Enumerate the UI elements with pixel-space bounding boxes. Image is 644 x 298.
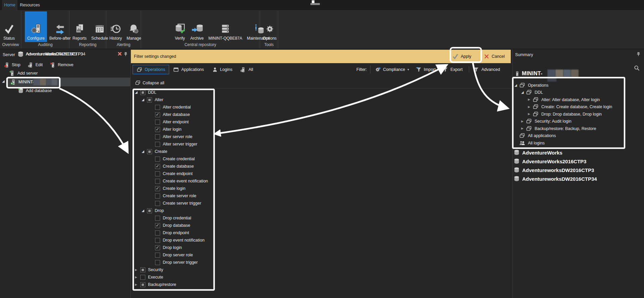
configure[interactable]: Configure <box>25 11 47 42</box>
expand-icon[interactable] <box>521 91 526 94</box>
expand-icon[interactable] <box>514 84 519 87</box>
applications[interactable]: Applications <box>169 65 208 74</box>
ddl[interactable]: DDL <box>131 89 215 96</box>
add-database-row[interactable]: Add database <box>0 86 131 95</box>
adventureworksdw2016ctp34[interactable]: AdventureworksDW2016CTP34 <box>513 174 644 183</box>
advanced[interactable]: Advanced ▾ <box>469 67 501 73</box>
checkbox[interactable] <box>155 127 160 132</box>
drop-event-notification[interactable]: Drop event notification <box>131 237 215 244</box>
ddl[interactable]: DDL <box>513 89 644 96</box>
alter[interactable]: Alter <box>131 96 215 103</box>
alter-endpoint[interactable]: Alter endpoint <box>131 118 215 126</box>
create-server-trigger[interactable]: Create server trigger <box>131 200 215 207</box>
expand-icon[interactable] <box>521 120 526 123</box>
expand-icon[interactable] <box>528 113 533 116</box>
minint-qqbe87a[interactable]: MININT-QQBE87A <box>206 11 245 42</box>
drop-database[interactable]: Drop database <box>131 222 215 229</box>
tab-resources[interactable]: Resources <box>18 0 42 10</box>
add-server-row[interactable]: Add server <box>0 69 131 78</box>
security-audit-login[interactable]: Security: Audit login <box>513 118 644 125</box>
server-row[interactable]: MININT- <box>0 78 131 86</box>
adventureworks2016ctp3[interactable]: AdventureWorks2016CTP3 <box>513 157 644 166</box>
create-endpoint[interactable]: Create endpoint <box>131 170 215 177</box>
collapse-all-button[interactable]: Collapse all <box>135 80 164 86</box>
expand-icon[interactable] <box>135 91 140 94</box>
all-applications[interactable]: All applications <box>513 132 644 140</box>
cancel-button[interactable]: Cancel <box>484 52 505 61</box>
remove-database-icon[interactable]: ✕ <box>117 50 122 58</box>
checkbox[interactable] <box>155 245 160 250</box>
drop-server-role[interactable]: Drop server role <box>131 251 215 259</box>
alter-database[interactable]: Alter database <box>131 111 215 118</box>
reports[interactable]: Reports <box>70 11 89 42</box>
checkbox[interactable] <box>147 149 152 154</box>
checkbox[interactable] <box>155 164 160 169</box>
create-login[interactable]: Create login <box>131 185 215 192</box>
operations[interactable]: Operations <box>133 65 169 74</box>
checkbox[interactable] <box>155 201 160 206</box>
history[interactable]: History <box>107 11 124 42</box>
drop-endpoint[interactable]: Drop endpoint <box>131 229 215 237</box>
drop[interactable]: Drop <box>131 207 215 214</box>
drop-server-trigger[interactable]: Drop server trigger <box>131 259 215 266</box>
remove[interactable]: Remove <box>50 62 73 68</box>
pin-icon[interactable] <box>636 52 641 56</box>
all-logins[interactable]: All logins <box>513 139 644 147</box>
checkbox[interactable] <box>155 120 160 125</box>
expand-icon[interactable] <box>521 127 526 130</box>
compliance[interactable]: Compliance ▾ <box>374 67 410 73</box>
drop-credential[interactable]: Drop credential <box>131 214 215 222</box>
checkbox[interactable] <box>155 194 160 199</box>
create-database[interactable]: Create database <box>131 163 215 170</box>
checkbox[interactable] <box>155 253 160 258</box>
adventureworksdw2016ctp34[interactable]: AdventureworksDW2016CTP34 ✕ <box>0 50 131 58</box>
alter-server-trigger[interactable]: Alter server trigger <box>131 140 215 148</box>
checkbox[interactable] <box>155 134 160 139</box>
checkbox[interactable] <box>155 230 160 236</box>
alter-alter-database-alter-login[interactable]: Alter: Alter database, Alter login <box>513 96 644 103</box>
search-icon[interactable] <box>634 65 640 71</box>
status[interactable]: Status <box>1 11 17 42</box>
checkbox[interactable] <box>155 171 160 176</box>
drop-drop-database-drop-login[interactable]: Drop: Drop database, Drop login <box>513 111 644 118</box>
checkbox[interactable] <box>147 208 152 213</box>
checkbox[interactable] <box>155 157 160 162</box>
before-after[interactable]: Before-after <box>47 11 73 42</box>
import[interactable]: Import ▾ <box>415 67 437 73</box>
drop-login[interactable]: Drop login <box>131 244 215 251</box>
create-create-database-create-login[interactable]: Create: Create database, Create login <box>513 103 644 111</box>
checkbox[interactable] <box>155 179 160 184</box>
adventureworks[interactable]: AdventureWorks <box>513 148 644 157</box>
expand-icon[interactable] <box>142 98 147 101</box>
adventureworksdw2016ctp3[interactable]: AdventureworksDW2016CTP3 <box>513 166 644 174</box>
security[interactable]: Security <box>131 266 215 273</box>
backup-restore-backup-restore[interactable]: Backup/restore: Backup, Restore <box>513 125 644 132</box>
expand-icon[interactable] <box>528 98 533 101</box>
checkbox[interactable] <box>147 97 152 102</box>
archive[interactable]: Archive <box>188 11 206 42</box>
create-event-notification[interactable]: Create event notification <box>131 177 215 185</box>
execute[interactable]: Execute <box>131 273 215 281</box>
stop[interactable]: Stop <box>4 62 20 68</box>
all[interactable]: All <box>236 65 257 74</box>
checkbox[interactable] <box>155 142 160 147</box>
expand-icon[interactable] <box>135 283 140 286</box>
checkbox[interactable] <box>155 105 160 110</box>
export[interactable]: Export ▾ <box>441 67 463 73</box>
logins[interactable]: Logins <box>208 65 237 74</box>
checkbox[interactable] <box>155 223 160 228</box>
options[interactable]: Options <box>260 11 279 42</box>
checkbox[interactable] <box>140 275 145 280</box>
backup-restore[interactable]: Backup/restore <box>131 281 215 288</box>
checkbox[interactable] <box>140 267 145 272</box>
alter-login[interactable]: Alter login <box>131 126 215 133</box>
expand-icon[interactable] <box>528 105 533 109</box>
expand-icon[interactable] <box>142 150 147 153</box>
create[interactable]: Create <box>131 148 215 155</box>
checkbox[interactable] <box>155 186 160 191</box>
tab-home[interactable]: Home <box>2 0 17 10</box>
operations[interactable]: Operations <box>513 82 644 89</box>
checkbox[interactable] <box>155 238 160 243</box>
checkbox[interactable] <box>155 216 160 221</box>
checkbox[interactable] <box>155 260 160 265</box>
